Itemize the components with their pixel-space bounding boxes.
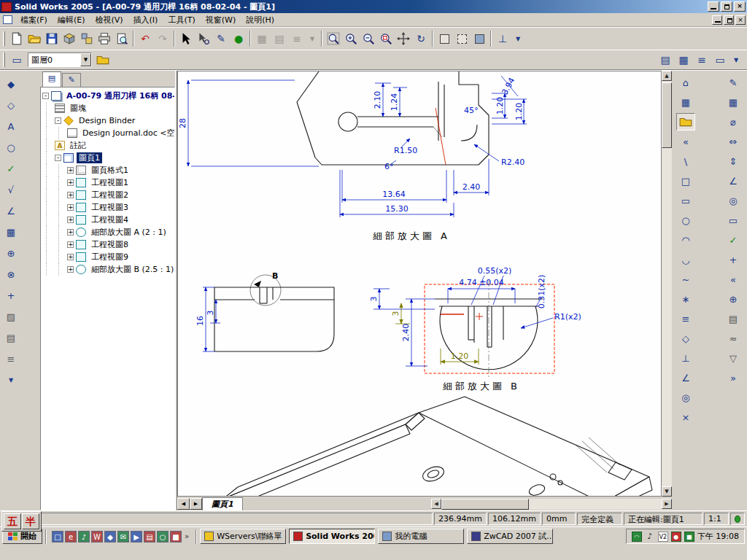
normal-to-button[interactable]: ⊥	[494, 30, 511, 47]
scrollbar-track[interactable]	[529, 499, 662, 510]
spell-check-button[interactable]: ✓	[2, 160, 20, 177]
table-insert-button[interactable]: ▤	[724, 310, 743, 327]
expand-toggle[interactable]: +	[67, 167, 74, 174]
shaded-button[interactable]	[471, 30, 488, 47]
dimension-2-40[interactable]: 2.40	[462, 182, 481, 192]
dimension-45deg[interactable]: 45°	[464, 106, 479, 115]
toolbar-overflow-button[interactable]: ▼	[2, 371, 20, 389]
view-orientation-button[interactable]: ▼	[511, 30, 525, 47]
center-point-button[interactable]: ⊕	[724, 290, 743, 308]
dimension-r1-50[interactable]: R1.50	[394, 146, 417, 155]
expand-toggle[interactable]: +	[67, 254, 74, 260]
concentric-button[interactable]: ◎	[724, 192, 743, 209]
menu-view[interactable]: 檢視(V)	[90, 13, 128, 27]
child-minimize-button[interactable]	[712, 15, 722, 25]
status-editing[interactable]: 正在編輯:圖頁1	[624, 513, 703, 525]
polygon-button[interactable]: ◇	[676, 330, 695, 347]
toolbar-grip[interactable]	[3, 31, 5, 46]
tree-item-design-binder[interactable]: - Design Binder	[42, 114, 173, 127]
scrollbar-thumb[interactable]	[662, 82, 672, 148]
more-tools-button[interactable]: ▼	[729, 51, 743, 69]
tab-featuremanager[interactable]: ▤	[42, 71, 61, 87]
layer-properties-button[interactable]	[94, 51, 112, 69]
text-button[interactable]: A	[2, 117, 20, 135]
parallelogram-button[interactable]: ▭	[676, 192, 695, 209]
expand-toggle[interactable]: -	[55, 155, 61, 161]
dimension-r1[interactable]: R1(x2)	[554, 312, 581, 322]
tree-item-detail-a[interactable]: + 細部放大圖 A (2 : 1)	[42, 226, 173, 238]
tree-root[interactable]: - A-00-79 通用刀桿 16柄 08-02-04	[42, 90, 173, 102]
dimension-4-74[interactable]: 4.74 ±0.04	[459, 278, 504, 287]
task-my-computer[interactable]: 我的電腦	[378, 529, 464, 544]
expand-toggle[interactable]: +	[67, 204, 74, 211]
quicklaunch-mail-icon[interactable]: ✉	[117, 531, 129, 542]
centerline-button[interactable]: ≡	[676, 310, 695, 327]
scrollbar-thumb[interactable]	[441, 499, 529, 510]
antivirus-icon[interactable]: ◠	[632, 532, 642, 542]
first-sheet-button[interactable]: ◀	[177, 498, 190, 510]
drawing-sheet[interactable]: .k{stroke:#1a1a1a;stroke-width:1.1;fill:…	[177, 71, 662, 497]
tangent-arc-button[interactable]: ◡	[676, 251, 695, 268]
print-preview-button[interactable]	[113, 30, 131, 47]
quicklaunch-player-icon[interactable]: ▶	[131, 531, 142, 542]
sheet-format-button[interactable]: ▤	[657, 51, 674, 69]
datum-feature-button[interactable]: ⊕	[2, 244, 20, 262]
quicklaunch-word-icon[interactable]: W	[91, 531, 103, 542]
make-part-button[interactable]	[61, 30, 78, 47]
dimension-2-40-b[interactable]: 2.40	[401, 324, 411, 342]
collapse-toolbar-button[interactable]: «	[724, 271, 743, 288]
ime-mode-button[interactable]: 五	[4, 513, 21, 529]
tree-item-view3[interactable]: + 工程視圖3	[42, 201, 173, 214]
grid-display-button[interactable]: ▦	[253, 30, 271, 47]
point-button[interactable]: ∗	[676, 290, 695, 308]
scroll-down-button[interactable]: ▼	[662, 486, 672, 497]
toolbar-grip[interactable]	[3, 52, 5, 67]
datum-target-button[interactable]: ⊗	[2, 265, 20, 283]
dimension-0-31[interactable]: 0.31(x2)	[537, 275, 546, 309]
weld-symbol-button[interactable]: ∠	[2, 202, 20, 219]
tree-item-sheet1[interactable]: - 圖頁1	[42, 152, 173, 164]
restore-button[interactable]	[721, 1, 732, 12]
expand-toggle[interactable]: -	[55, 117, 61, 124]
offset-button[interactable]: ◎	[676, 389, 695, 406]
spline-button[interactable]: ~	[676, 271, 695, 288]
expand-toggle[interactable]: +	[67, 179, 74, 186]
surface-finish-button[interactable]: √	[2, 181, 20, 198]
wireframe-button[interactable]	[436, 30, 453, 47]
dimension-1-20-b[interactable]: 1.20	[514, 103, 524, 121]
isometric-view[interactable]	[223, 397, 652, 497]
quicklaunch-app-icon[interactable]: ◆	[104, 531, 116, 542]
quicklaunch-browser-icon[interactable]: e	[65, 531, 77, 542]
grid-settings-button[interactable]: ▦	[675, 51, 692, 69]
menu-insert[interactable]: 插入(I)	[128, 13, 163, 27]
tree-item-view1[interactable]: + 工程視圖1	[42, 176, 173, 189]
vertical-dim-button[interactable]: ⇕	[724, 152, 743, 170]
tree-item-view8[interactable]: + 工程視圖8	[42, 238, 173, 251]
zoom-fit-button[interactable]	[325, 30, 342, 47]
shield-icon[interactable]: ■	[684, 532, 694, 542]
center-mark-button[interactable]: +	[2, 287, 20, 304]
balloon-button[interactable]: ○	[2, 139, 20, 156]
quicklaunch-notes-icon[interactable]: ▤	[144, 531, 155, 542]
table-button[interactable]: ≡	[2, 350, 20, 368]
note-format-button[interactable]: ▭	[711, 51, 729, 69]
home-button[interactable]: ⌂	[676, 74, 695, 91]
horizontal-scrollbar[interactable]: ◀ ▶	[431, 499, 672, 510]
tree-item-view9[interactable]: + 工程視圖9	[42, 251, 173, 263]
menu-window[interactable]: 視窗(W)	[201, 13, 241, 27]
expand-toggle[interactable]: +	[67, 241, 74, 248]
tree-item-view4[interactable]: + 工程視圖4	[42, 214, 173, 226]
sketch-edit-button[interactable]: ✎	[724, 74, 743, 91]
block-button[interactable]: ▤	[2, 329, 20, 346]
arc-button[interactable]: ◠	[676, 231, 695, 249]
detail-view-a[interactable]: 28 2.10 1.24 3.94 45°	[178, 71, 527, 241]
new-file-button[interactable]	[8, 30, 26, 47]
save-button[interactable]	[43, 30, 61, 47]
relation-check-button[interactable]: ✓	[724, 231, 743, 249]
dimension-1-20-a[interactable]: 1.20	[495, 97, 505, 115]
dimension-1-20-olive[interactable]: 1.20	[451, 351, 469, 361]
drawing-canvas[interactable]: .k{stroke:#1a1a1a;stroke-width:1.1;fill:…	[178, 71, 662, 497]
menu-tools[interactable]: 工具(T)	[163, 13, 200, 27]
dimension-3-blue[interactable]: 3	[369, 297, 379, 302]
tab-propertymanager[interactable]: ✎	[62, 73, 81, 87]
